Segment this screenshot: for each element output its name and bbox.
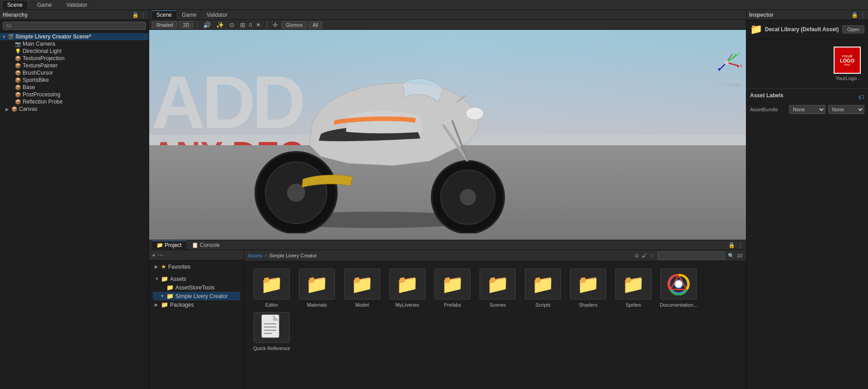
ast-folder-icon: 📁 [166,284,174,291]
asset-bundle-select-1[interactable]: None [789,105,826,114]
menu-item-scene[interactable]: Scene [3,1,27,9]
hierarchy-lock-icon[interactable]: 🔒 [132,12,139,18]
project-favorites[interactable]: ▶ ★ Favorites [153,262,240,271]
asset-my-liveries[interactable]: 📁 MyLiveries [387,269,428,308]
inspector-asset-header: 📁 Decal Library (Default Asset) Open [746,20,868,39]
asset-browser: Assets > Simple Livery Creator ⧉ 🖌 ☆ 🔍 1… [244,250,746,389]
asset-bundle-select-2[interactable]: None [828,105,865,114]
grid-icon[interactable]: ⊞ [238,21,247,28]
assets-folder-icon: 📁 [161,275,168,282]
scene-icon: 🎬 [7,34,14,40]
packages-arrow: ▶ [155,302,159,307]
asset-materials[interactable]: 📁 Materials [297,269,337,308]
2d-mode-btn[interactable]: 2D [179,21,193,28]
project-tree-panel: + ⋯ ▶ ★ Favorites ▼ 📁 [149,250,244,389]
asset-bundle-row: AssetBundle None None [750,105,864,114]
camera-label: Main Camera [22,41,55,47]
zoom-value: 10 [737,253,742,258]
inspector-logo-preview: YOUR LOGO HERE YourLogo... [746,39,868,88]
bottom-lock-icon[interactable]: 🔒 [728,242,735,248]
asset-paint-icon[interactable]: 🖌 [642,252,647,259]
inspector-open-btn[interactable]: Open [842,25,864,33]
asset-sprites[interactable]: 📁 Sprites [613,269,654,308]
asset-labels-section: Asset Labels 🏷 AssetBundle None None [746,88,868,118]
asset-star-icon[interactable]: ☆ [650,252,655,259]
tree-item-sports-bike[interactable]: 📦 SportsBike [0,76,149,84]
asset-scenes[interactable]: 📁 Scenes [477,269,518,308]
asset-copy-icon[interactable]: ⧉ [635,252,639,259]
hierarchy-tree: ▼ 🎬 Simple Livery Creator Scene* ⋮ 📷 Mai… [0,32,149,389]
tree-item-canvas[interactable]: ▶ 📦 Canvas [0,105,149,113]
slc-folder-icon: 📁 [166,293,174,299]
asset-documentation[interactable]: Documentation... [658,269,699,308]
tab-validator[interactable]: Validator [202,11,232,19]
breadcrumb-sep: > [264,253,267,258]
audio-toggle-icon[interactable]: 🔊 [201,21,212,28]
hierarchy-menu-icon[interactable]: ⋮ [141,12,146,18]
chrome-icon-svg [667,273,690,295]
asset-shaders[interactable]: 📁 Shaders [568,269,609,308]
asset-doc-thumb [660,269,697,299]
gizmos-btn[interactable]: Gizmos [282,21,307,28]
project-packages[interactable]: ▶ 📁 Packages [153,300,240,309]
tab-game[interactable]: Game [177,11,201,19]
project-simple-livery[interactable]: ▼ 📁 Simple Livery Creator [153,292,240,300]
asset-shaders-label: Shaders [579,302,598,308]
asset-prefabs[interactable]: 📁 Prefabs [432,269,473,308]
asset-editor[interactable]: 📁 Editor [251,269,292,308]
transform-icon[interactable]: ✛ [271,21,280,28]
inspector-asset-icon: 📁 [750,24,762,35]
hierarchy-search-input[interactable] [3,22,146,30]
tree-item-base[interactable]: 📦 Base [0,84,149,91]
project-asset-store-tools[interactable]: 📁 AssetStoreTools [153,283,240,292]
tab-scene[interactable]: Scene [152,10,176,19]
tree-item-texture-painter[interactable]: 📦 TexturePainter [0,62,149,69]
asset-materials-thumb: 📁 [299,269,335,299]
bottom-panel: 📁 Project 📋 Console 🔒 ⋮ + ⋯ [149,240,746,389]
asset-search-input[interactable] [657,251,725,260]
shading-mode-btn[interactable]: Shaded [152,21,177,28]
tree-item-main-camera[interactable]: 📷 Main Camera [0,40,149,47]
inspector-lock-icon[interactable]: 🔒 [851,12,858,18]
brush-label: BrushCursor [22,70,53,76]
logo-text-here: HERE [844,63,850,66]
hierarchy-search-bar [0,20,149,32]
project-assets-root[interactable]: ▼ 📁 Assets [153,275,240,283]
asset-quick-reference[interactable]: Quick Reference [251,312,292,351]
tree-item-directional-light[interactable]: 💡 Directional Light [0,47,149,55]
hierarchy-scene-root[interactable]: ▼ 🎬 Simple Livery Creator Scene* ⋮ [0,33,149,40]
tree-item-post-processing[interactable]: 📦 PostProcessing [0,91,149,98]
effects-icon[interactable]: ✨ [214,21,226,28]
toolbar-separator-2 [267,21,267,28]
reflect-label: Reflection Probe [22,99,63,105]
tab-console[interactable]: 📋 Console [187,241,224,249]
asset-model[interactable]: 📁 Model [342,269,382,308]
scene-name: Simple Livery Creator Scene* [14,33,91,40]
scene-view[interactable]: ADD ANY DECAL ☀ 🎨 y [149,30,746,240]
menu-item-game[interactable]: Game [33,1,57,9]
tree-item-texture-projection[interactable]: 📦 TextureProjection [0,55,149,62]
scene-menu-dots[interactable]: ⋮ [142,34,147,39]
tree-item-reflection-probe[interactable]: 📦 Reflection Probe [0,98,149,105]
asset-doc-label: Documentation... [660,302,697,308]
texpainter-label: TexturePainter [22,62,57,69]
base-icon: 📦 [14,85,22,90]
inspector-panel: Inspector 🔒 ⋮ 📁 Decal Library (Default A… [746,10,868,389]
tree-item-brush-cursor[interactable]: 📦 BrushCursor [0,69,149,76]
scene-view-extra-icon[interactable]: ☀ [254,21,263,28]
all-btn[interactable]: All [308,21,322,28]
bottom-menu-icon[interactable]: ⋮ [738,242,743,248]
tag-icon[interactable]: 🏷 [858,94,864,101]
inspector-menu-icon[interactable]: ⋮ [860,12,865,18]
camera-icon: 📷 [14,41,22,47]
more-options-btn[interactable]: ⋯ [157,251,164,259]
zoom-level-label: 🔍 [728,253,734,259]
breadcrumb-assets[interactable]: Assets [248,253,263,258]
svg-point-16 [460,189,476,205]
camera-icon2[interactable]: ⊙ [227,21,236,28]
asset-scripts[interactable]: 📁 Scripts [523,269,563,308]
tab-project[interactable]: 📁 Project [152,241,186,249]
menu-item-validator[interactable]: Validator [62,1,92,9]
add-asset-btn[interactable]: + [152,251,156,259]
bike-icon: 📦 [14,77,22,83]
